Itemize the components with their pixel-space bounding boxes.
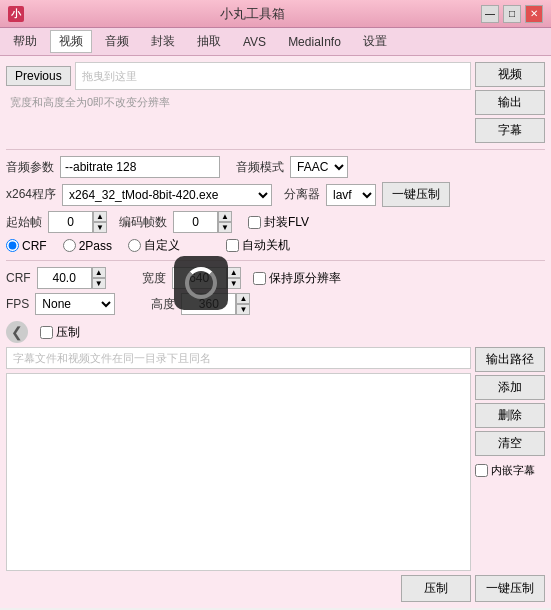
start-frame-spinner: ▲ ▼ bbox=[48, 211, 107, 233]
keep-ratio-checkbox[interactable]: 保持原分辨率 bbox=[253, 270, 341, 287]
height-label: 高度 bbox=[151, 296, 175, 313]
delete-button[interactable]: 删除 bbox=[475, 403, 545, 428]
x264-row: x264程序 x264_32_tMod-8bit-420.exe 分离器 lav… bbox=[6, 182, 545, 207]
subtitle-hint: 字幕文件和视频文件在同一目录下且同名 bbox=[6, 347, 471, 369]
audio-mode-label: 音频模式 bbox=[236, 159, 284, 176]
loading-spinner bbox=[185, 267, 217, 299]
audio-params-label: 音频参数 bbox=[6, 159, 54, 176]
audio-params-row: 音频参数 音频模式 FAACAACMP3None bbox=[6, 156, 545, 178]
fps-height-row: FPS None23.9762529.973060 高度 ▲ ▼ bbox=[6, 293, 545, 315]
onekey-compress-button[interactable]: 一键压制 bbox=[475, 575, 545, 602]
compress-button[interactable]: 压制 bbox=[401, 575, 471, 602]
minimize-button[interactable]: — bbox=[481, 5, 499, 23]
menu-bar: 帮助 视频 音频 封装 抽取 AVS MediaInfo 设置 bbox=[0, 28, 551, 56]
window-controls: — □ ✕ bbox=[481, 5, 543, 23]
menu-settings[interactable]: 设置 bbox=[354, 30, 396, 53]
compress-check[interactable]: 压制 bbox=[40, 324, 80, 341]
height-up[interactable]: ▲ bbox=[236, 293, 250, 304]
app-icon: 小 bbox=[8, 6, 24, 22]
x264-select[interactable]: x264_32_tMod-8bit-420.exe bbox=[62, 184, 272, 206]
radio-row: CRF 2Pass 自定义 自动关机 bbox=[6, 237, 545, 254]
custom-radio[interactable]: 自定义 bbox=[128, 237, 180, 254]
loading-overlay bbox=[174, 256, 228, 310]
start-frame-input[interactable] bbox=[48, 211, 93, 233]
encode-frames-input[interactable] bbox=[173, 211, 218, 233]
separator-label: 分离器 bbox=[284, 186, 320, 203]
top-row: Previous 拖曳到这里 宽度和高度全为0即不改变分辨率 视频 输出 字幕 bbox=[6, 62, 545, 143]
onekey-btn-right[interactable]: 一键压制 bbox=[382, 182, 450, 207]
crf-width-row: CRF ▲ ▼ 宽度 ▲ ▼ 保持原分辨率 bbox=[6, 267, 545, 289]
frame-row: 起始帧 ▲ ▼ 编码帧数 ▲ ▼ 封装FLV bbox=[6, 211, 545, 233]
drop-hint: 拖曳到这里 bbox=[82, 69, 137, 84]
subtitle-button[interactable]: 字幕 bbox=[475, 118, 545, 143]
menu-help[interactable]: 帮助 bbox=[4, 30, 46, 53]
crf-label: CRF bbox=[6, 271, 31, 285]
crf-radio[interactable]: CRF bbox=[6, 239, 47, 253]
add-button[interactable]: 添加 bbox=[475, 375, 545, 400]
title-bar: 小 小丸工具箱 — □ ✕ bbox=[0, 0, 551, 28]
compress-label: 压制 bbox=[56, 324, 80, 341]
width-label: 宽度 bbox=[142, 270, 166, 287]
encode-mode-radios: CRF 2Pass 自定义 bbox=[6, 237, 180, 254]
resolution-hint: 宽度和高度全为0即不改变分辨率 bbox=[6, 93, 471, 111]
x264-label: x264程序 bbox=[6, 186, 56, 203]
left-nav-arrow[interactable]: ❮ bbox=[6, 321, 28, 343]
crf-spinner: ▲ ▼ bbox=[37, 267, 106, 289]
previous-button[interactable]: Previous bbox=[6, 66, 71, 86]
menu-audio[interactable]: 音频 bbox=[96, 30, 138, 53]
embed-subtitle-checkbox[interactable]: 内嵌字幕 bbox=[475, 463, 545, 478]
main-content: Previous 拖曳到这里 宽度和高度全为0即不改变分辨率 视频 输出 字幕 … bbox=[0, 56, 551, 608]
close-button[interactable]: ✕ bbox=[525, 5, 543, 23]
start-frame-up[interactable]: ▲ bbox=[93, 211, 107, 222]
window-title: 小丸工具箱 bbox=[24, 5, 481, 23]
output-button[interactable]: 输出 bbox=[475, 90, 545, 115]
right-buttons: 视频 输出 字幕 bbox=[475, 62, 545, 143]
audio-params-input[interactable] bbox=[60, 156, 220, 178]
height-down[interactable]: ▼ bbox=[236, 304, 250, 315]
nav-compress-row: ❮ 压制 bbox=[6, 321, 545, 343]
wrap-flv-checkbox[interactable]: 封装FLV bbox=[248, 214, 309, 231]
fps-label: FPS bbox=[6, 297, 29, 311]
output-path-button[interactable]: 输出路径 bbox=[475, 347, 545, 372]
encode-frames-spinner: ▲ ▼ bbox=[173, 211, 232, 233]
width-up[interactable]: ▲ bbox=[227, 267, 241, 278]
start-frame-down[interactable]: ▼ bbox=[93, 222, 107, 233]
drop-area[interactable]: 拖曳到这里 bbox=[75, 62, 471, 90]
bottom-btn-row: 压制 一键压制 bbox=[6, 575, 545, 602]
auto-shutdown-checkbox[interactable]: 自动关机 bbox=[226, 237, 290, 254]
encode-frames-down[interactable]: ▼ bbox=[218, 222, 232, 233]
menu-package[interactable]: 封装 bbox=[142, 30, 184, 53]
menu-video[interactable]: 视频 bbox=[50, 30, 92, 53]
clear-button[interactable]: 清空 bbox=[475, 431, 545, 456]
crf-down[interactable]: ▼ bbox=[92, 278, 106, 289]
twopass-radio[interactable]: 2Pass bbox=[63, 239, 112, 253]
left-panel: 字幕文件和视频文件在同一目录下且同名 bbox=[6, 347, 471, 571]
crf-up[interactable]: ▲ bbox=[92, 267, 106, 278]
encode-frames-label: 编码帧数 bbox=[119, 214, 167, 231]
right-panel-buttons: 输出路径 添加 删除 清空 内嵌字幕 bbox=[475, 347, 545, 571]
maximize-button[interactable]: □ bbox=[503, 5, 521, 23]
separator-select[interactable]: lavfmp4mkv bbox=[326, 184, 376, 206]
main-split: 字幕文件和视频文件在同一目录下且同名 输出路径 添加 删除 清空 内嵌字幕 bbox=[6, 347, 545, 571]
video-button[interactable]: 视频 bbox=[475, 62, 545, 87]
start-frame-label: 起始帧 bbox=[6, 214, 42, 231]
encode-frames-up[interactable]: ▲ bbox=[218, 211, 232, 222]
fps-select[interactable]: None23.9762529.973060 bbox=[35, 293, 115, 315]
menu-avs[interactable]: AVS bbox=[234, 32, 275, 52]
menu-mediainfo[interactable]: MediaInfo bbox=[279, 32, 350, 52]
audio-mode-select[interactable]: FAACAACMP3None bbox=[290, 156, 348, 178]
file-list-area[interactable] bbox=[6, 373, 471, 571]
width-down[interactable]: ▼ bbox=[227, 278, 241, 289]
divider-1 bbox=[6, 149, 545, 150]
divider-2 bbox=[6, 260, 545, 261]
crf-input[interactable] bbox=[37, 267, 92, 289]
menu-extract[interactable]: 抽取 bbox=[188, 30, 230, 53]
